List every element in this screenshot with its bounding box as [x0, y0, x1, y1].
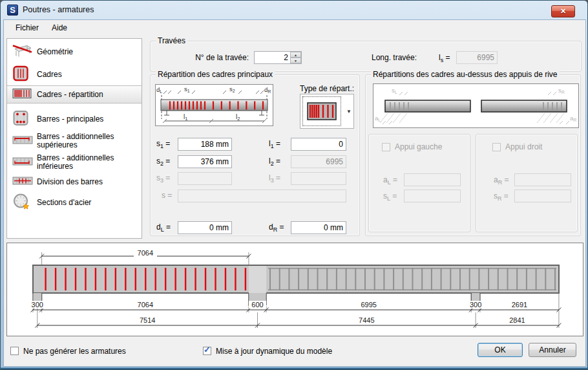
svg-text:300: 300	[470, 301, 481, 309]
sidebar-item-label: Sections d'acier	[37, 199, 138, 207]
appui-droit-label: Appui droit	[505, 142, 542, 151]
svg-text:l1: l1	[184, 113, 187, 122]
dr-input[interactable]	[291, 221, 346, 234]
appui-gauche-group: Appui gauche aL = sL =	[368, 134, 470, 232]
s1-input[interactable]	[178, 138, 232, 151]
svg-text:aL: aL	[375, 114, 381, 122]
main-distribution-title: Répartition des cadres principaux	[156, 70, 275, 79]
svg-text:dL: dL	[156, 86, 162, 94]
menu-aide[interactable]: Aide	[45, 20, 74, 36]
app-logo-icon: S	[7, 5, 18, 16]
sidebar: Géométrie Cadres Cadres - répartition	[6, 38, 142, 239]
sidebar-item-label: Cadres - répartition	[37, 91, 138, 99]
svg-text:300: 300	[32, 301, 43, 309]
menu-fichier[interactable]: Fichier	[9, 20, 45, 36]
svg-text:s2: s2	[229, 85, 235, 93]
svg-text:l2: l2	[236, 113, 240, 122]
l3-label: l3 =	[269, 173, 280, 184]
l1-label: l1 =	[269, 139, 280, 149]
spinner-up-icon[interactable]: ▲	[290, 52, 301, 58]
s1-label: s1 =	[156, 139, 170, 149]
svg-text:2691: 2691	[512, 301, 527, 309]
edge-support-distribution-group: Répartitions des cadres au-dessus des ap…	[365, 74, 581, 236]
distribution-type-selected-icon	[302, 96, 341, 126]
s-label: s =	[162, 191, 172, 201]
travees-group-title: Travées	[156, 36, 187, 45]
sidebar-item-geometrie[interactable]: Géométrie	[7, 41, 142, 63]
menubar: Fichier Aide	[4, 20, 585, 36]
l2-field	[291, 155, 346, 168]
l1-input[interactable]	[291, 138, 346, 151]
edge-support-distribution-title: Répartitions des cadres au-dessus des ap…	[371, 70, 560, 79]
window-frame-bottom	[1, 367, 587, 369]
svg-text:dR: dR	[264, 86, 271, 94]
beam-overview-panel: 7064 300 7064 600 6995 300 2691 7514	[6, 243, 583, 336]
span-number-input[interactable]	[255, 52, 290, 63]
sl-field	[404, 190, 461, 202]
sidebar-item-barres-add-superieures[interactable]: Barres - additionnelles supérieures	[7, 130, 142, 151]
sidebar-item-barres-principales[interactable]: Barres - principales	[7, 108, 142, 130]
main-distribution-group: Répartition des cadres principaux	[150, 74, 360, 236]
span-number-label: N° de la travée:	[163, 53, 249, 62]
svg-text:7064: 7064	[138, 301, 153, 309]
no-generate-checkbox[interactable]	[10, 347, 19, 355]
spinner-buttons: ▲ ▼	[290, 52, 301, 63]
dialog-window: S Poutres - armatures ✕ Fichier Aide Géo…	[0, 0, 588, 370]
sidebar-item-cadres-repartition[interactable]: Cadres - répartition	[7, 85, 142, 103]
ar-label: aR =	[494, 175, 509, 186]
dl-input[interactable]	[178, 221, 232, 234]
sidebar-item-label: Cadres	[37, 70, 138, 78]
dr-label: dR =	[269, 223, 284, 233]
window-title: Poutres - armatures	[23, 1, 94, 19]
sidebar-item-label: Barres - additionnelles inférieures	[37, 154, 138, 171]
dynamic-update-label: Mise à jour dynamique du modèle	[216, 347, 332, 356]
svg-text:7514: 7514	[140, 316, 155, 324]
no-generate-label: Ne pas générer les armatures	[23, 347, 126, 356]
sidebar-item-division-des-barres[interactable]: Division des barres	[7, 173, 142, 190]
sidebar-item-label: Barres - principales	[37, 115, 138, 124]
close-button[interactable]: ✕	[551, 5, 575, 17]
span-length-symbol: ls =	[439, 53, 450, 63]
dynamic-update-checkbox[interactable]: ✓	[203, 347, 211, 355]
appui-droit-group: Appui droit aR = sR =	[476, 134, 578, 232]
s-field	[178, 190, 346, 202]
travees-group: Travées N° de la travée: ▲ ▼ Long. travé…	[150, 41, 582, 72]
l2-label: l2 =	[269, 157, 280, 167]
cancel-button[interactable]: Annuler	[529, 343, 576, 357]
sidebar-item-barres-add-inferieures[interactable]: Barres - additionnelles inférieures	[7, 151, 142, 173]
chevron-down-icon[interactable]: ▼	[346, 109, 352, 114]
svg-text:sR: sR	[558, 87, 565, 94]
sr-field	[514, 190, 571, 202]
ok-button[interactable]: OK	[478, 343, 523, 357]
top-additional-bars-icon	[12, 135, 33, 147]
sidebar-item-cadres[interactable]: Cadres	[7, 63, 142, 85]
titlebar[interactable]: S Poutres - armatures ✕	[1, 1, 587, 19]
main-distribution-diagram: dL s1 s2 dR l1 l2	[155, 84, 273, 126]
al-label: aL =	[383, 175, 397, 186]
sidebar-item-label: Division des barres	[37, 178, 138, 186]
appui-gauche-label: Appui gauche	[395, 142, 442, 151]
svg-text:2841: 2841	[509, 316, 525, 324]
l3-field	[291, 172, 346, 185]
steel-sections-icon	[12, 193, 30, 213]
al-field	[404, 173, 461, 186]
s2-input[interactable]	[178, 155, 232, 168]
svg-text:7445: 7445	[359, 316, 374, 324]
bar-division-icon	[12, 176, 33, 188]
spinner-down-icon[interactable]: ▼	[290, 58, 301, 63]
beam-overview-diagram: 7064 300 7064 600 6995 300 2691 7514	[7, 243, 583, 336]
dl-label: dL =	[156, 223, 171, 233]
stirrups-icon	[12, 64, 29, 84]
s3-label: s3 =	[156, 173, 170, 184]
edge-support-diagram: sL aL sR aR	[373, 83, 579, 128]
sidebar-item-sections-acier[interactable]: Sections d'acier	[7, 190, 142, 215]
svg-text:6995: 6995	[361, 301, 376, 309]
geometry-icon	[12, 43, 33, 61]
span-number-stepper[interactable]: ▲ ▼	[254, 51, 302, 64]
dialog-client-area: Fichier Aide Géométrie	[3, 19, 586, 367]
svg-text:s1: s1	[184, 85, 190, 93]
distribution-type-dropdown[interactable]: ▼	[300, 94, 354, 129]
s2-label: s2 =	[156, 157, 170, 167]
span-length-label: Long. travée:	[372, 53, 417, 62]
ar-field	[514, 173, 571, 186]
